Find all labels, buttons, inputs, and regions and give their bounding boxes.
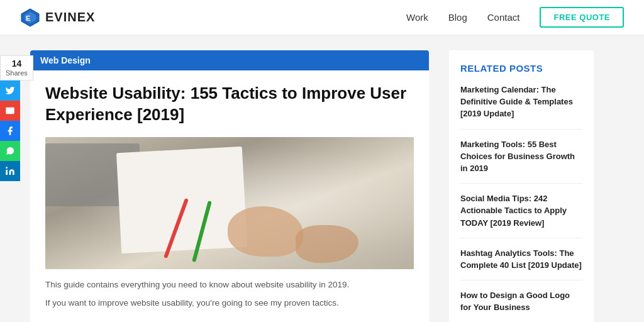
article: Web Design Website Usability: 155 Tactic… [30, 50, 429, 322]
twitter-share-button[interactable] [0, 80, 20, 101]
whatsapp-share-button[interactable] [0, 141, 20, 161]
header: E EVINEX Work Blog Contact FREE QUOTE [0, 0, 644, 35]
article-excerpt1: This guide contains everything you need … [45, 278, 414, 292]
shares-count: 14 Shares [0, 55, 33, 80]
related-post-item-3: Hashtag Analytics Tools: The Complete 40… [460, 247, 582, 280]
related-post-item-4: How to Design a Good Logo for Your Busin… [460, 289, 582, 313]
related-post-link-4[interactable]: How to Design a Good Logo for Your Busin… [460, 291, 570, 312]
logo[interactable]: E EVINEX [20, 8, 95, 28]
nav-contact[interactable]: Contact [487, 12, 520, 23]
related-post-item-2: Social Media Tips: 242 Actionable Tactic… [460, 192, 582, 238]
related-post-link-1[interactable]: Marketing Tools: 55 Best Choices for Bus… [460, 140, 575, 173]
logo-text: EVINEX [45, 10, 95, 25]
related-post-item-0: Marketing Calendar: The Definitive Guide… [460, 84, 582, 130]
free-quote-button[interactable]: FREE QUOTE [540, 7, 624, 28]
main-content: Web Design Website Usability: 155 Tactic… [0, 35, 644, 322]
related-posts-title: RELATED POSTS [460, 63, 582, 74]
svg-text:E: E [26, 14, 30, 22]
linkedin-share-button[interactable] [0, 161, 20, 181]
sidebar: RELATED POSTS Marketing Calendar: The De… [449, 50, 594, 322]
category-badge: Web Design [30, 50, 429, 70]
email-share-button[interactable] [0, 101, 20, 121]
related-posts-box: RELATED POSTS Marketing Calendar: The De… [449, 50, 594, 322]
svg-point-3 [6, 167, 8, 169]
social-sidebar: 14 Shares [0, 55, 33, 181]
related-post-link-2[interactable]: Social Media Tips: 242 Actionable Tactic… [460, 194, 567, 227]
article-image [45, 137, 414, 269]
article-body: Website Usability: 155 Tactics to Improv… [30, 70, 429, 322]
evinex-logo-icon: E [20, 8, 40, 28]
related-post-item-1: Marketing Tools: 55 Best Choices for Bus… [460, 138, 582, 184]
related-post-link-3[interactable]: Hashtag Analytics Tools: The Complete 40… [460, 248, 582, 270]
main-nav: Work Blog Contact FREE QUOTE [406, 7, 624, 28]
nav-blog[interactable]: Blog [448, 12, 467, 23]
article-excerpt2: If you want to improve website usability… [45, 296, 414, 310]
facebook-share-button[interactable] [0, 121, 20, 141]
related-post-link-0[interactable]: Marketing Calendar: The Definitive Guide… [460, 85, 573, 118]
article-title: Website Usability: 155 Tactics to Improv… [45, 83, 414, 126]
nav-work[interactable]: Work [406, 12, 428, 23]
